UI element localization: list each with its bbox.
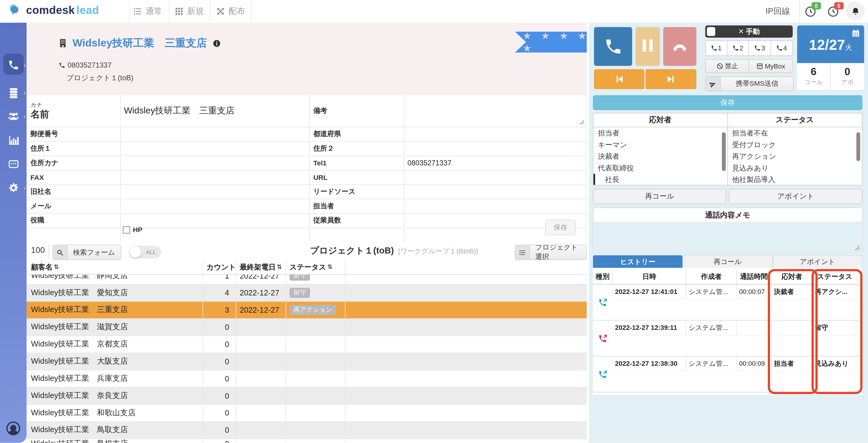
forbid-button[interactable]: 禁止 (705, 59, 749, 73)
customer-row[interactable]: Widsley技研工業 奈良支店0 (27, 387, 587, 405)
status-option[interactable]: 再アクション (728, 151, 862, 162)
sidebar-user-avatar[interactable] (0, 418, 27, 439)
hangup-button[interactable] (663, 27, 696, 66)
app-logo[interactable]: comdesklead (9, 3, 99, 17)
form-field-value[interactable] (121, 185, 310, 199)
status-option[interactable]: 担当者不在 (728, 127, 862, 139)
form-field-value[interactable] (404, 127, 587, 141)
respondent-option[interactable]: 決裁者 (593, 151, 727, 162)
history-record[interactable]: 2022-12-27 12:41:01システム管...00:00:07決裁者再ア… (593, 285, 862, 320)
form-field-value[interactable] (121, 142, 310, 156)
customer-name-cell: Widsley技研工業 和歌山支店 (27, 405, 203, 421)
form-field-value[interactable] (404, 95, 587, 127)
header-tab-3[interactable]: 配布 (216, 0, 245, 23)
header-tab-1[interactable]: 通常 (133, 0, 162, 23)
form-save-button[interactable]: 保存 (546, 220, 576, 235)
status-option[interactable]: 他社製品導入 (728, 174, 862, 185)
history-status: 見込みあり (813, 356, 858, 371)
resize-handle-icon[interactable] (855, 245, 860, 251)
respondent-option[interactable]: 担当者 (593, 127, 727, 139)
sort-icon: ⇅ (327, 263, 332, 271)
mybox-button[interactable]: MyBox (749, 59, 793, 73)
sidebar-item-db[interactable]: › (0, 83, 27, 102)
previous-lead-button[interactable] (594, 69, 644, 89)
form-field-value[interactable] (121, 199, 310, 213)
line-button-3[interactable]: 3 (749, 40, 771, 56)
history-tab-3[interactable]: アポイント (773, 255, 863, 268)
hp-checkbox[interactable] (123, 226, 130, 233)
hp-checkbox-row[interactable]: HP (123, 226, 143, 233)
column-header-stat[interactable]: ステータス⇅ (286, 260, 345, 274)
customer-row[interactable]: Widsley技研工業 大阪支店0 (27, 353, 587, 370)
customer-row[interactable]: Widsley技研工業 愛知支店42022-12-27留守 (27, 285, 587, 302)
search-form-button[interactable]: 検索フォーム (53, 245, 121, 260)
form-field-value[interactable] (404, 185, 587, 199)
form-row-right: リードソース (310, 185, 587, 199)
call-button[interactable] (594, 27, 632, 66)
next-lead-button[interactable] (646, 69, 696, 89)
appointment-button[interactable]: アポイント (729, 189, 863, 204)
line-button-1[interactable]: 1 (705, 40, 727, 56)
sidebar-item-gear[interactable]: › (0, 178, 27, 198)
form-field-value[interactable] (121, 170, 310, 184)
date-box[interactable]: 12/27火 (797, 25, 864, 63)
line-button-4[interactable]: 4 (771, 40, 793, 56)
column-header-name[interactable]: 顧客名⇅ (27, 260, 203, 274)
customer-row[interactable]: Widsley技研工業 静岡支店12022-12-27留守 (27, 275, 587, 285)
respondent-option[interactable]: キーマン (593, 139, 727, 151)
form-field-value[interactable] (121, 127, 310, 141)
respondent-option[interactable]: 社長 (593, 174, 727, 185)
history-status: 再アクシ... (813, 285, 858, 299)
manual-mode-toggle[interactable]: ✕ 手動 (705, 25, 793, 37)
customer-row[interactable]: Widsley技研工業 鳥取支店0 (27, 422, 587, 439)
form-field-value[interactable]: 08035271337 (404, 156, 587, 170)
sidebar-item-card[interactable] (0, 154, 27, 174)
form-field-value[interactable] (121, 156, 310, 170)
respondent-option[interactable]: 代表取締役 (593, 162, 727, 174)
form-field-value[interactable] (404, 170, 587, 184)
customer-row[interactable]: Widsley技研工業 島根支店0 (27, 439, 587, 443)
form-field-value[interactable] (121, 214, 310, 227)
customer-row[interactable]: Widsley技研工業 兵庫支店0 (27, 370, 587, 387)
form-row-left: カナ名前Widsley技研工業 三重支店 (27, 95, 310, 127)
customer-row[interactable]: Widsley技研工業 三重支店32022-12-27再アクション (27, 302, 587, 319)
sms-send-button[interactable]: 携帯SMS送信 (705, 76, 794, 91)
sidebar-item-users[interactable]: › (0, 106, 27, 126)
form-field-value[interactable]: Widsley技研工業 三重支店 (121, 95, 310, 127)
form-field-value[interactable] (404, 142, 587, 156)
resize-handle-icon[interactable] (579, 120, 585, 125)
line-button-2[interactable]: 2 (727, 40, 749, 56)
status-option[interactable]: 受付ブロック (728, 139, 862, 151)
missed-timer-icon[interactable]: 0 (826, 4, 840, 18)
history-tab-1[interactable]: ヒストリー (593, 255, 683, 268)
customer-row[interactable]: Widsley技研工業 京都支店0 (27, 336, 587, 353)
history-record[interactable]: 2022-12-27 12:39:11システム管...留守 (593, 320, 862, 356)
status-option[interactable]: 見込みあり (728, 162, 862, 174)
project-select-button[interactable]: プロジェクト選択 (515, 245, 587, 260)
rating-ribbon[interactable]: ★ ★ ★ ★ ★ (515, 32, 587, 53)
column-header-date[interactable]: 最終架電日⇅ (236, 260, 286, 274)
status-scrollbar[interactable] (856, 132, 860, 161)
customer-row[interactable]: Widsley技研工業 滋賀支店0 (27, 319, 587, 336)
respondent-scrollbar[interactable] (722, 132, 725, 171)
lead-phone-number[interactable]: 08035271337 (68, 61, 112, 69)
sidebar-item-chart[interactable] (0, 130, 27, 150)
notifications-button[interactable] (846, 2, 865, 21)
call-memo-textarea[interactable] (593, 222, 862, 252)
customer-row[interactable]: Widsley技研工業 和歌山支店0 (27, 405, 587, 422)
history-record[interactable]: 2022-12-27 12:38:30システム管...00:00:09担当者見込… (593, 356, 862, 392)
recall-button[interactable]: 再コール (593, 189, 726, 204)
history-tab-2[interactable]: 再コール (683, 255, 773, 268)
column-header-cnt[interactable]: カウント⇅ (203, 260, 236, 274)
company-name-link[interactable]: Widsley技研工業 三重支店 (72, 36, 207, 51)
info-icon[interactable] (213, 39, 221, 48)
call-timer-icon[interactable]: 0 (804, 4, 817, 18)
distribute-icon (216, 7, 225, 16)
call-count-label: コール (804, 78, 823, 87)
form-field-value[interactable] (404, 199, 587, 213)
panel-save-button[interactable]: 保存 (593, 95, 862, 110)
all-toggle[interactable]: ALL (129, 246, 161, 258)
header-tab-2[interactable]: 新規 (175, 0, 204, 23)
pause-button[interactable] (636, 27, 660, 66)
sidebar-item-phone[interactable]: › (0, 55, 27, 75)
